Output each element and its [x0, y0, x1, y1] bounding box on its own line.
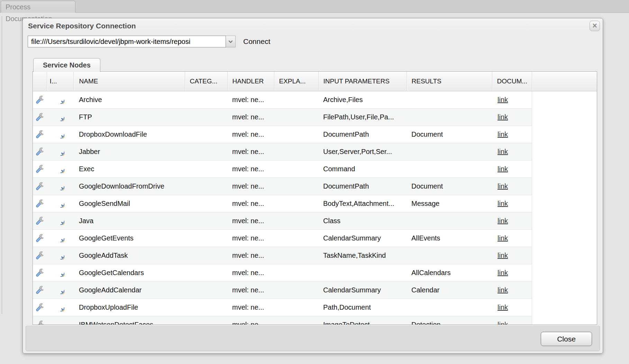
column-header-category[interactable]: CATEG...	[185, 72, 227, 91]
cell-input-parameters: ImageToDetect	[318, 316, 407, 325]
cell-name: GoogleGetCalendars	[73, 264, 185, 281]
cell-handler: mvel: ne...	[227, 126, 274, 143]
gear-icon	[56, 199, 64, 208]
table-row[interactable]: GoogleAddCalendar mvel: ne... CalendarSu…	[33, 281, 597, 299]
cell-action	[33, 264, 47, 281]
gear-icon	[56, 234, 64, 242]
documentation-link[interactable]: link	[498, 217, 508, 225]
cell-icon	[47, 247, 73, 264]
cell-explanation	[274, 264, 318, 281]
documentation-link[interactable]: link	[498, 286, 508, 294]
cell-name: GoogleSendMail	[73, 195, 185, 212]
cell-explanation	[274, 212, 318, 229]
documentation-link[interactable]: link	[498, 165, 508, 173]
cell-filler	[532, 126, 597, 143]
column-header-explanation[interactable]: EXPLA...	[274, 72, 318, 91]
table-row[interactable]: GoogleGetCalendars mvel: ne... AllCalend…	[33, 264, 597, 281]
service-nodes-table: I... NAME CATEG... HANDLER EXPLA... INPU…	[33, 72, 597, 325]
table-row[interactable]: GoogleGetEvents mvel: ne... CalendarSumm…	[33, 229, 597, 247]
table-row[interactable]: GoogleAddTask mvel: ne... TaskName,TaskK…	[33, 247, 597, 264]
wrench-icon[interactable]	[36, 217, 44, 225]
tab-service-nodes[interactable]: Service Nodes	[33, 58, 100, 72]
cell-input-parameters: Archive,Files	[318, 91, 407, 108]
documentation-link[interactable]: link	[498, 234, 508, 242]
service-repository-connection-dialog: Service Repository Connection × Connect …	[22, 18, 603, 354]
cell-action	[33, 108, 47, 126]
column-header-icon[interactable]: I...	[47, 72, 73, 91]
table-row[interactable]: Archive mvel: ne... Archive,Files link	[33, 91, 597, 108]
column-header-name[interactable]: NAME	[73, 72, 185, 91]
tab-process-documentation[interactable]: Process Documentation	[1, 1, 75, 13]
cell-documentation: link	[492, 195, 532, 212]
cell-results: AllCalendars	[407, 264, 492, 281]
wrench-icon[interactable]	[36, 303, 44, 311]
table-row[interactable]: Exec mvel: ne... Command link	[33, 160, 597, 178]
repository-url-dropdown-button[interactable]	[226, 36, 236, 47]
documentation-link[interactable]: link	[498, 303, 508, 311]
column-header-results[interactable]: RESULTS	[407, 72, 492, 91]
cell-category	[185, 229, 227, 247]
documentation-link[interactable]: link	[498, 269, 508, 276]
wrench-icon[interactable]	[36, 286, 44, 294]
cell-input-parameters: Class	[318, 212, 407, 229]
wrench-icon[interactable]	[36, 113, 44, 121]
cell-icon	[47, 281, 73, 299]
documentation-link[interactable]: link	[498, 200, 508, 207]
cell-category	[185, 91, 227, 108]
cell-category	[185, 212, 227, 229]
wrench-icon[interactable]	[36, 199, 44, 208]
cell-name: Jabber	[73, 143, 185, 160]
cell-action	[33, 91, 47, 108]
wrench-icon[interactable]	[36, 182, 44, 190]
table-row[interactable]: FTP mvel: ne... FilePath,User,File,Pa...…	[33, 108, 597, 126]
cell-documentation: link	[492, 91, 532, 108]
cell-input-parameters: DocumentPath	[318, 126, 407, 143]
cell-icon	[47, 91, 73, 108]
documentation-link[interactable]: link	[498, 130, 508, 138]
cell-explanation	[274, 126, 318, 143]
column-header-documentation[interactable]: DOCUM...	[492, 72, 532, 91]
dialog-close-button[interactable]: ×	[590, 21, 600, 31]
documentation-link[interactable]: link	[498, 96, 508, 103]
table-row[interactable]: Java mvel: ne... Class link	[33, 212, 597, 229]
table-row[interactable]: GoogleSendMail mvel: ne... BodyText,Atta…	[33, 195, 597, 212]
wrench-icon[interactable]	[36, 95, 44, 104]
cell-icon	[47, 160, 73, 178]
cell-results: AllEvents	[407, 229, 492, 247]
cell-explanation	[274, 229, 318, 247]
cell-category	[185, 247, 227, 264]
table-row[interactable]: GoogleDownloadFromDrive mvel: ne... Docu…	[33, 178, 597, 195]
repository-url-input[interactable]	[28, 36, 226, 47]
cell-handler: mvel: ne...	[227, 195, 274, 212]
documentation-link[interactable]: link	[498, 148, 508, 155]
wrench-icon[interactable]	[36, 251, 44, 260]
column-header-input-parameters[interactable]: INPUT PARAMETERS	[318, 72, 407, 91]
cell-filler	[532, 229, 597, 247]
table-row[interactable]: DropboxUploadFile mvel: ne... Path,Docum…	[33, 299, 597, 316]
wrench-icon[interactable]	[36, 320, 44, 325]
cell-action	[33, 316, 47, 325]
cell-explanation	[274, 299, 318, 316]
cell-handler: mvel: ne...	[227, 212, 274, 229]
wrench-icon[interactable]	[36, 269, 44, 277]
cell-handler: mvel: ne...	[227, 264, 274, 281]
documentation-link[interactable]: link	[498, 182, 508, 190]
wrench-icon[interactable]	[36, 165, 44, 173]
table-row[interactable]: DropboxDownloadFile mvel: ne... Document…	[33, 126, 597, 143]
close-button[interactable]: Close	[541, 332, 592, 346]
table-row[interactable]: IBMWatsonDetectFaces mvel: ne... ImageTo…	[33, 316, 597, 325]
cell-filler	[532, 316, 597, 325]
documentation-link[interactable]: link	[498, 252, 508, 259]
wrench-icon[interactable]	[36, 234, 44, 242]
service-nodes-panel: I... NAME CATEG... HANDLER EXPLA... INPU…	[33, 71, 597, 325]
wrench-icon[interactable]	[36, 130, 44, 138]
dialog-title: Service Repository Connection	[28, 18, 136, 33]
wrench-icon[interactable]	[36, 147, 44, 156]
documentation-link[interactable]: link	[498, 321, 508, 325]
table-row[interactable]: Jabber mvel: ne... User,Server,Port,Ser.…	[33, 143, 597, 160]
documentation-link[interactable]: link	[498, 113, 508, 121]
connect-button[interactable]: Connect	[243, 37, 270, 46]
cell-icon	[47, 195, 73, 212]
cell-explanation	[274, 143, 318, 160]
column-header-handler[interactable]: HANDLER	[227, 72, 274, 91]
